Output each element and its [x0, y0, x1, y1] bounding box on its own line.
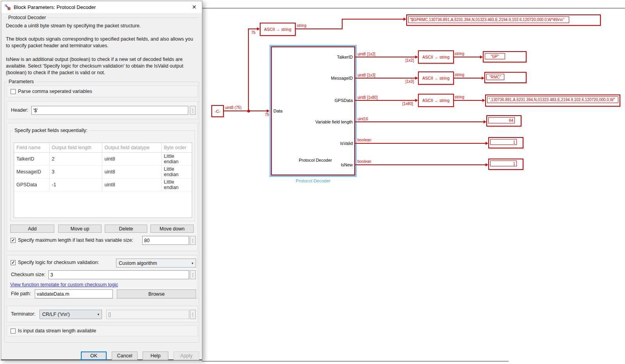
table-row[interactable]: TalkerID 2 uint8 Little endian: [14, 152, 192, 165]
checksum-size-label: Checksum size:: [11, 272, 45, 278]
close-icon[interactable]: ✕: [190, 3, 198, 11]
description-line-3: IsNew is an additional output (boolean) …: [6, 56, 196, 76]
signal-label-uint8-1x2: uint8 [1x2]: [357, 52, 375, 56]
editor-bottom-edge: [202, 361, 509, 362]
cancel-button[interactable]: Cancel: [112, 352, 138, 360]
arrowhead-ascii3-input: [415, 77, 418, 80]
protocol-decoder-block[interactable]: [271, 46, 355, 175]
cell[interactable]: uint8: [102, 165, 161, 178]
wire-ascii1-to-display[interactable]: [342, 19, 404, 20]
ascii-to-string-label: ASCII → string: [422, 55, 449, 59]
arrowhead-display-gps: [482, 99, 485, 102]
display-talkerid[interactable]: "GP": [483, 51, 527, 62]
checksum-template-link[interactable]: View function template for custom checks…: [10, 282, 118, 287]
display-isnew[interactable]: 1: [488, 159, 523, 170]
checksum-size-input[interactable]: [48, 270, 189, 279]
dialog-titlebar[interactable]: Block Parameters: Protocol Decoder ✕: [1, 1, 202, 13]
cell[interactable]: TalkerID: [14, 152, 49, 165]
file-path-input[interactable]: [35, 289, 113, 298]
max-length-expand-button[interactable]: ⋮: [190, 236, 196, 245]
max-length-input[interactable]: [142, 236, 189, 245]
ascii-to-string-block-2[interactable]: ASCII → string: [418, 50, 454, 64]
protocol-decoder-group: Protocol Decoder Decode a uint8 byte str…: [4, 18, 199, 79]
ascii-to-string-block-3[interactable]: ASCII → string: [418, 71, 454, 85]
header-label: Header:: [11, 107, 28, 113]
table-header-row: Field name Output field length Output fi…: [14, 143, 192, 152]
wire-isnew[interactable]: [355, 164, 486, 165]
display-gpsdata[interactable]: ",130736.891,A,5231.394,N,01323.483,E,21…: [485, 95, 620, 107]
packet-fields-table[interactable]: Field name Output field length Output fi…: [14, 143, 192, 218]
cell[interactable]: uint8: [102, 152, 161, 165]
wire-messageid[interactable]: [355, 78, 415, 79]
cell[interactable]: Little endian: [161, 165, 192, 178]
decoder-inner-title: Protocol Decoder: [291, 157, 340, 163]
wire-ascii2-out[interactable]: [454, 57, 480, 57]
wire-ascii4-out[interactable]: [454, 100, 482, 101]
display-varlen[interactable]: 64: [486, 115, 521, 127]
ascii-to-string-label: ASCII → string: [422, 98, 449, 103]
signal-label-string-3: string: [455, 73, 464, 77]
display-isvalid[interactable]: 1: [488, 137, 523, 148]
display-messageid[interactable]: "RMC": [484, 72, 527, 83]
add-button[interactable]: Add: [10, 225, 54, 233]
wire-ascii1-up[interactable]: [342, 19, 343, 29]
help-button[interactable]: Help: [143, 352, 168, 360]
wire-talkerid[interactable]: [355, 57, 415, 57]
wire-ascii1-out[interactable]: [296, 29, 343, 29]
wire-isvalid[interactable]: [355, 143, 486, 144]
stream-length-panel: Is input data stream length available: [7, 325, 198, 336]
cell[interactable]: Little endian: [161, 152, 192, 165]
wire-varlen[interactable]: [355, 121, 484, 122]
wire-const-to-data[interactable]: [224, 111, 267, 111]
ascii-to-string-label: ASCII → string: [422, 76, 449, 80]
ok-button[interactable]: OK: [81, 352, 107, 360]
cell[interactable]: uint8: [102, 178, 161, 191]
terminator-value: CR/LF ('\r\n'): [42, 312, 70, 317]
col-field-name: Field name: [14, 143, 49, 152]
display-full-sentence[interactable]: "$GPRMC,130736.891,A,5231.394,N,01323.48…: [406, 14, 601, 26]
delete-button[interactable]: Delete: [105, 225, 147, 233]
cell[interactable]: -1: [49, 178, 102, 191]
arrowhead-ascii4-input: [415, 99, 418, 102]
display-gpsdata-value: ",130736.891,A,5231.394,N,01323.483,E,21…: [487, 96, 618, 103]
ascii-to-string-block-4[interactable]: ASCII → string: [418, 94, 454, 107]
max-length-checkbox[interactable]: [11, 238, 16, 243]
chevron-down-icon: ▾: [97, 312, 99, 316]
move-down-button[interactable]: Move down: [150, 225, 194, 233]
checksum-label: Specify logic for checksum validation:: [18, 260, 99, 266]
move-up-button[interactable]: Move up: [58, 225, 102, 233]
signal-label-uint16: uint16: [357, 117, 368, 121]
wire-ascii3-out[interactable]: [454, 78, 482, 79]
table-row[interactable]: MessageID 3 uint8 Little endian: [14, 165, 192, 178]
constant-block[interactable]: -C-: [211, 105, 224, 117]
wire-branch-vertical[interactable]: [248, 29, 249, 111]
chevron-down-icon: ▾: [191, 261, 193, 265]
wire-gpsdata[interactable]: [355, 100, 415, 101]
terminator-dropdown[interactable]: CR/LF ('\r\n') ▾: [39, 310, 102, 319]
parse-csv-checkbox[interactable]: [11, 89, 16, 94]
col-byte-order: Byte order: [161, 143, 192, 152]
checksum-size-expand-button[interactable]: ⋮: [190, 270, 196, 279]
dialog-title: Block Parameters: Protocol Decoder: [14, 4, 96, 10]
signal-label-dim-1x2: [1x2]: [405, 58, 414, 62]
browse-button[interactable]: Browse: [117, 289, 196, 298]
table-row[interactable]: GPSData -1 uint8 Little endian: [14, 178, 192, 191]
stream-length-checkbox[interactable]: [11, 328, 16, 334]
stream-length-label: Is input data stream length available: [18, 328, 96, 334]
wire-branch-to-ascii1[interactable]: [248, 29, 257, 29]
cell[interactable]: 3: [49, 165, 102, 178]
cell[interactable]: MessageID: [14, 165, 49, 178]
decoder-caption: Protocol Decoder: [270, 178, 357, 183]
ascii-to-string-block-1[interactable]: ASCII → string: [260, 23, 296, 36]
cell[interactable]: Little endian: [161, 178, 192, 191]
terminator-expand-button[interactable]: ⋮: [190, 310, 196, 319]
cell[interactable]: GPSData: [14, 178, 49, 191]
checksum-algo-dropdown[interactable]: Custom algorithm ▾: [116, 259, 196, 268]
signal-label-string-4: string: [455, 95, 464, 99]
header-input[interactable]: [31, 106, 188, 115]
checksum-checkbox[interactable]: [11, 260, 16, 265]
port-gpsdata: GPSData: [309, 98, 353, 103]
protocol-decoder-group-title: Protocol Decoder: [7, 15, 48, 21]
header-expand-button[interactable]: ⋮: [190, 106, 196, 115]
cell[interactable]: 2: [49, 152, 102, 165]
